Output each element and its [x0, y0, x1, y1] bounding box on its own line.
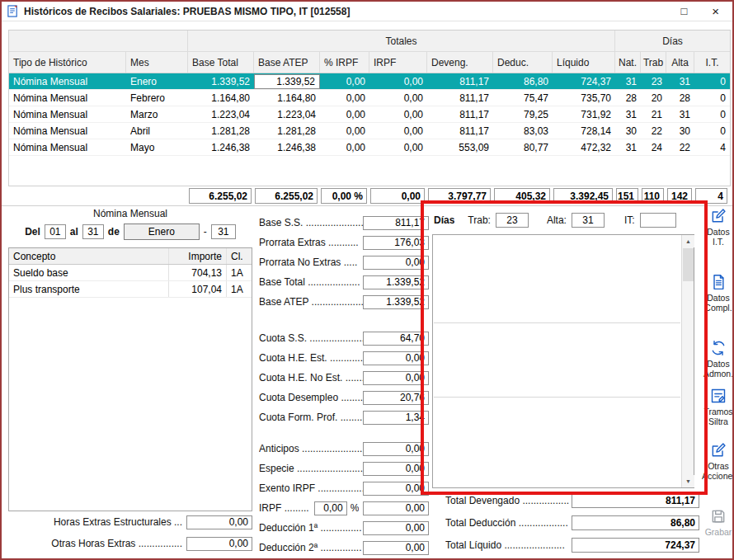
other-hours-label: Otras Horas Extras ................: [51, 538, 182, 549]
column-header-deveng[interactable]: Deveng.: [427, 52, 493, 73]
field-label: Base Total ...................: [259, 276, 360, 288]
concept-column-header[interactable]: Cl.: [227, 248, 252, 264]
scroll-thumb[interactable]: [683, 248, 694, 281]
concept-row[interactable]: Sueldo base704,131A: [9, 265, 252, 281]
summary-total-value[interactable]: 724,37: [572, 538, 699, 553]
cell-it: 4: [694, 139, 730, 155]
tramos-siltra-button[interactable]: Tramos Siltra: [702, 388, 734, 426]
al-label: al: [70, 226, 78, 238]
cell-tipo: Nómina Mensual: [9, 90, 126, 106]
day-to-input[interactable]: 31: [82, 224, 104, 239]
percent-label: %: [351, 502, 360, 514]
field-label: Cuota S.S. ....................: [259, 332, 363, 344]
field-value-input[interactable]: 0,00: [363, 351, 429, 365]
month-dropdown[interactable]: Enero: [124, 224, 200, 240]
list-divider: [434, 322, 680, 323]
concept-row[interactable]: Plus transporte107,041A: [9, 281, 252, 298]
total-box: 6.255,02: [255, 188, 318, 204]
column-header-trab[interactable]: Trab: [641, 52, 666, 73]
total-box: 0,00: [370, 188, 425, 204]
field-value-input[interactable]: 1.339,52: [363, 295, 429, 309]
field-value-input[interactable]: 64,70: [363, 332, 429, 346]
field-value-input[interactable]: 0,00: [363, 501, 429, 515]
field-label: Base S.S. .......................: [259, 217, 363, 228]
day-from-input[interactable]: 01: [45, 224, 66, 239]
column-header-pct_irpf[interactable]: % IRPF: [320, 52, 369, 73]
datos-it-label: Datos I.T.: [702, 227, 734, 247]
datos-it-button[interactable]: Datos I.T.: [702, 208, 734, 247]
group-header-totales: Totales: [188, 31, 615, 51]
other-hours-input[interactable]: 0,00: [186, 537, 252, 551]
cell-base_total: 1.164,80: [188, 90, 254, 106]
grabar-button[interactable]: Grabar: [702, 508, 734, 537]
column-header-deduc[interactable]: Deduc.: [493, 52, 553, 73]
grid-body[interactable]: Nómina MensualEnero1.339,521.339,520,000…: [9, 73, 730, 186]
summary-total-value[interactable]: 811,17: [572, 493, 699, 508]
field-value-input[interactable]: 1,34: [363, 411, 429, 425]
summary-total-value[interactable]: 86,80: [572, 515, 699, 530]
column-header-base_total[interactable]: Base Total: [188, 52, 254, 73]
datos-compl-button[interactable]: Datos Compl.: [702, 274, 734, 313]
column-header-liquido[interactable]: Líquido: [553, 52, 615, 73]
it-input[interactable]: [640, 213, 676, 228]
scroll-down-button[interactable]: ▼: [682, 475, 694, 487]
field-label: Cuota H.E. Est. .............: [259, 352, 363, 364]
extra-hours-input[interactable]: 0,00: [186, 515, 252, 529]
column-header-base_atep[interactable]: Base ATEP: [254, 52, 320, 73]
field-value-input[interactable]: 0,00: [363, 482, 429, 496]
concept-column-header[interactable]: Concepto: [9, 248, 169, 264]
column-header-alta[interactable]: Alta: [666, 52, 694, 73]
field-value-input[interactable]: 0,00: [363, 462, 429, 476]
field-value-input[interactable]: 811,17: [363, 216, 429, 230]
datos-admon-button[interactable]: Datos Admon.: [702, 340, 734, 379]
total-box: 151: [616, 188, 638, 204]
cell-alta: 22: [666, 139, 694, 155]
cell-deveng: 811,17: [427, 90, 493, 106]
cell-liquido: 472,32: [553, 139, 615, 155]
field-row: Base S.S. .......................811,17: [259, 213, 429, 233]
maximize-button[interactable]: □: [680, 6, 687, 17]
field-value-input[interactable]: 0,00: [363, 371, 429, 385]
cell-deduc: 79,25: [493, 106, 553, 122]
history-row[interactable]: Nómina MensualMayo1.246,381.246,380,000,…: [9, 139, 730, 156]
field-value-input[interactable]: 176,03: [363, 236, 429, 250]
field-label: Cuota H.E. No Est. .......: [259, 372, 363, 384]
concept-body[interactable]: Sueldo base704,131APlus transporte107,04…: [9, 265, 252, 298]
irpf-percent-input[interactable]: 0,00: [314, 501, 347, 515]
cell-base_total: 1.339,52: [188, 73, 254, 89]
column-header-irpf[interactable]: IRPF: [369, 52, 427, 73]
history-row[interactable]: Nómina MensualMarzo1.223,041.223,040,000…: [9, 106, 730, 123]
total-days-input[interactable]: 31: [211, 224, 236, 239]
scrollbar[interactable]: ▲ ▼: [681, 235, 694, 487]
otras-acciones-button[interactable]: Otras Acciones: [702, 442, 734, 481]
field-value-input[interactable]: 0,00: [363, 256, 429, 270]
total-box: 142: [667, 188, 692, 204]
trab-input[interactable]: 23: [496, 213, 529, 228]
cell-alta: 28: [666, 90, 694, 106]
column-header-nat[interactable]: Nat.: [615, 52, 641, 73]
column-header-mes[interactable]: Mes: [126, 52, 188, 73]
history-row[interactable]: Nómina MensualEnero1.339,521.339,520,000…: [9, 73, 730, 90]
de-label: de: [108, 226, 120, 238]
days-list[interactable]: ▲ ▼: [432, 234, 694, 488]
close-button[interactable]: ×: [712, 6, 719, 17]
alta-input[interactable]: 31: [572, 213, 605, 228]
field-label: Cuota Desempleo ........: [259, 392, 363, 403]
cell-irpf: 0,00: [369, 73, 427, 89]
history-row[interactable]: Nómina MensualFebrero1.164,801.164,800,0…: [9, 90, 730, 106]
column-header-tipo[interactable]: Tipo de Histórico: [9, 52, 126, 73]
field-value-input[interactable]: 0,00: [363, 541, 429, 555]
field-value-input[interactable]: 0,00: [363, 442, 429, 456]
field-label: Prorrata Extras ...........: [259, 237, 359, 248]
field-value-input[interactable]: 0,00: [363, 521, 429, 535]
history-row[interactable]: Nómina MensualAbril1.281,281.281,280,000…: [9, 123, 730, 139]
cell-irpf: 0,00: [369, 106, 427, 122]
field-value-input[interactable]: 20,76: [363, 391, 429, 405]
dash-label: -: [204, 226, 207, 238]
cell-pct_irpf: 0,00: [320, 123, 369, 139]
tramos-siltra-label: Tramos Siltra: [702, 407, 734, 426]
concept-column-header[interactable]: Importe: [169, 248, 227, 264]
column-header-it[interactable]: I.T.: [694, 52, 730, 73]
scroll-up-button[interactable]: ▲: [682, 235, 694, 247]
field-value-input[interactable]: 1.339,52: [363, 275, 429, 289]
